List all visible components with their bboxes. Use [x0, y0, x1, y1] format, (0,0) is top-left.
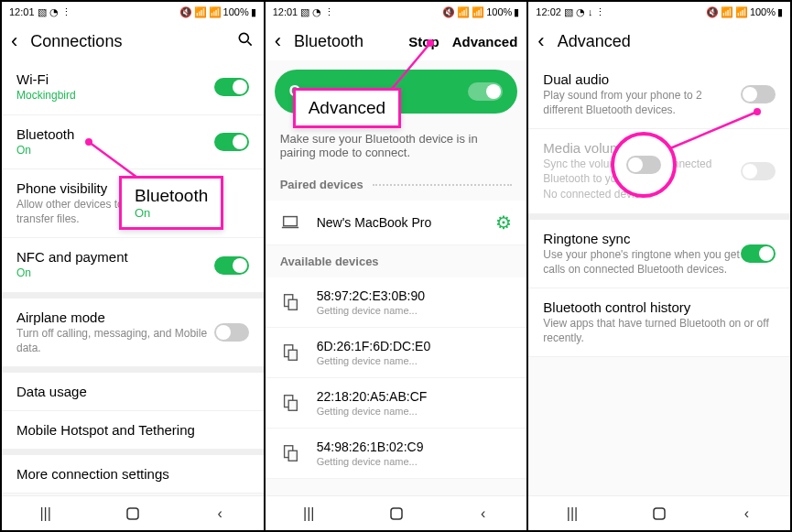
notif-icon: ↓: [588, 6, 593, 17]
battery-pct: 100%: [223, 6, 249, 17]
paired-device-row[interactable]: New's MacBook Pro ⚙: [266, 201, 527, 245]
airplane-toggle[interactable]: [214, 323, 249, 342]
back-icon[interactable]: ‹: [275, 29, 281, 53]
ringtone-toggle[interactable]: [741, 244, 776, 263]
dual-audio-row[interactable]: Dual audio Play sound from your phone to…: [528, 60, 790, 129]
hotspot-row[interactable]: Mobile Hotspot and Tethering: [2, 411, 264, 450]
home-button[interactable]: [649, 504, 669, 524]
battery-icon: ▮: [514, 6, 519, 18]
svg-point-0: [239, 33, 248, 42]
airplane-row[interactable]: Airplane mode Turn off calling, messagin…: [2, 299, 264, 367]
notif-icon: ⋮: [324, 6, 334, 18]
signal-icon: 📶: [472, 6, 484, 18]
recents-button[interactable]: |||: [36, 504, 56, 524]
svg-rect-18: [654, 508, 665, 519]
battery-icon: ▮: [251, 6, 256, 18]
media-vol-toggle: [741, 162, 776, 180]
laptop-icon: [280, 212, 300, 233]
wifi-title: Wi-Fi: [16, 71, 214, 87]
notif-icon: ⋮: [595, 6, 605, 18]
notif-icon: ◔: [576, 6, 585, 18]
home-button[interactable]: [386, 504, 407, 524]
stop-button[interactable]: Stop: [408, 34, 439, 49]
svg-rect-12: [288, 400, 297, 410]
more-settings-row[interactable]: More connection settings: [2, 455, 264, 494]
available-device-row[interactable]: 54:98:26:1B:02:C9 Getting device name...: [266, 429, 527, 479]
nfc-title: NFC and payment: [16, 249, 214, 265]
signal-icon: 📶: [209, 6, 222, 18]
page-title: Connections: [30, 32, 235, 51]
recents-button[interactable]: |||: [298, 504, 319, 524]
device-name: New's MacBook Pro: [317, 215, 496, 230]
bt-history-row[interactable]: Bluetooth control history View apps that…: [528, 288, 790, 357]
callout-toggle-circle: [611, 132, 677, 198]
svg-line-1: [247, 41, 251, 45]
bluetooth-row[interactable]: Bluetooth On: [2, 115, 264, 170]
device-status: Getting device name...: [317, 456, 513, 467]
back-button[interactable]: ‹: [210, 504, 230, 524]
device-icon: [280, 393, 300, 413]
nav-bar: ||| ‹: [2, 495, 264, 530]
recents-button[interactable]: |||: [562, 504, 582, 524]
wifi-icon: 📶: [721, 6, 733, 18]
highlighted-toggle: [626, 156, 661, 174]
callout-bluetooth: Bluetooth On: [119, 176, 223, 230]
device-status: Getting device name...: [317, 406, 513, 417]
device-icon: [280, 342, 300, 363]
device-status: Getting device name...: [317, 355, 513, 366]
back-button[interactable]: ‹: [473, 504, 494, 524]
notif-icon: ◔: [312, 6, 321, 18]
dual-audio-title: Dual audio: [543, 71, 741, 87]
ringtone-sub: Use your phone's ringtone when you get c…: [543, 248, 741, 277]
back-icon[interactable]: ‹: [537, 29, 544, 53]
available-device-row[interactable]: 22:18:20:A5:AB:CF Getting device name...: [266, 378, 527, 429]
nav-bar: ||| ‹: [266, 495, 527, 530]
callout-title: Bluetooth: [135, 186, 208, 206]
clock: 12:01: [9, 6, 35, 17]
wifi-toggle[interactable]: [214, 78, 249, 96]
device-icon: [280, 443, 300, 463]
svg-rect-2: [127, 508, 138, 519]
device-status: Getting device name...: [317, 305, 513, 316]
wifi-row[interactable]: Wi-Fi Mockingbird: [2, 60, 264, 115]
data-usage-row[interactable]: Data usage: [2, 373, 264, 411]
notif-icon: ◔: [49, 6, 59, 18]
nav-bar: ||| ‹: [528, 495, 790, 530]
bluetooth-toggle[interactable]: [214, 133, 249, 151]
available-device-row[interactable]: 6D:26:1F:6D:DC:E0 Getting device name...: [266, 328, 527, 378]
airplane-title: Airplane mode: [16, 309, 214, 325]
svg-rect-8: [288, 299, 297, 309]
gear-icon[interactable]: ⚙: [495, 212, 512, 233]
device-icon: [280, 292, 300, 312]
dual-audio-toggle[interactable]: [741, 85, 776, 103]
wifi-icon: 📶: [457, 6, 470, 18]
home-button[interactable]: [123, 504, 143, 524]
nfc-row[interactable]: NFC and payment On: [2, 238, 264, 293]
callout-title: Advanced: [309, 98, 386, 118]
status-bar: 12:01 ▧ ◔ ⋮ 🔇 📶 📶 100% ▮: [2, 2, 264, 22]
device-mac: 54:98:26:1B:02:C9: [317, 440, 513, 454]
notif-icon: ▧: [564, 6, 573, 18]
ringtone-sync-row[interactable]: Ringtone sync Use your phone's ringtone …: [528, 220, 790, 288]
mute-icon: 🔇: [179, 6, 192, 18]
device-mac: 58:97:2C:E3:0B:90: [317, 288, 513, 303]
back-icon[interactable]: ‹: [11, 29, 17, 53]
search-icon[interactable]: [236, 30, 255, 53]
mute-icon: 🔇: [706, 6, 719, 18]
page-title: Bluetooth: [294, 32, 408, 51]
page-title: Advanced: [558, 32, 781, 51]
paired-label: Paired devices: [266, 168, 527, 201]
svg-rect-15: [391, 508, 402, 519]
notif-icon: ⋮: [61, 6, 71, 18]
available-device-row[interactable]: 58:97:2C:E3:0B:90 Getting device name...: [266, 277, 527, 328]
nfc-sub: On: [16, 266, 214, 281]
battery-pct: 100%: [486, 6, 512, 17]
app-header: ‹ Advanced: [528, 22, 790, 60]
nfc-toggle[interactable]: [214, 256, 249, 275]
device-mac: 6D:26:1F:6D:DC:E0: [317, 339, 513, 353]
back-button[interactable]: ‹: [736, 504, 756, 524]
hotspot-title: Mobile Hotspot and Tethering: [16, 422, 249, 438]
advanced-button[interactable]: Advanced: [452, 34, 518, 49]
svg-rect-5: [283, 217, 297, 226]
bt-pill-toggle[interactable]: [468, 82, 503, 101]
